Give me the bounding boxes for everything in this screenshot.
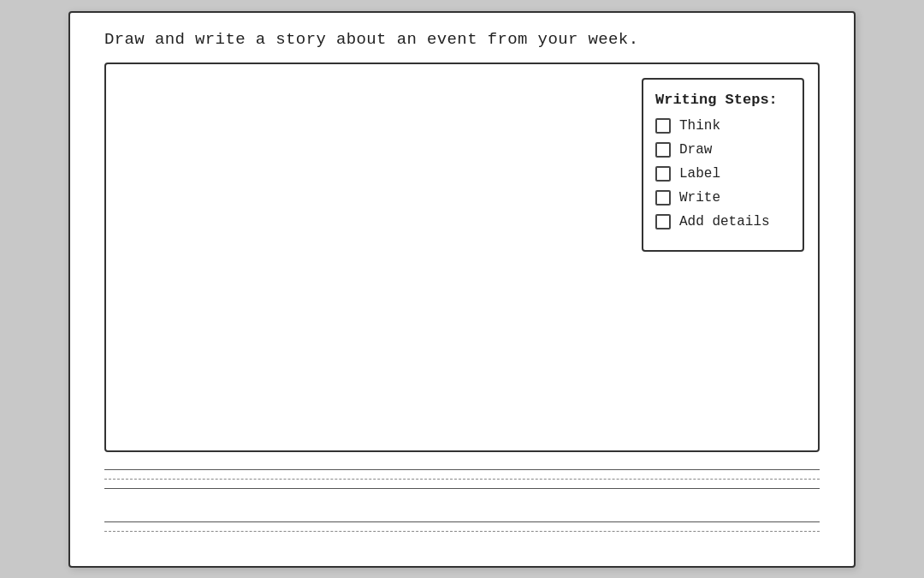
writing-steps-box: Writing Steps: Think Draw Label Write Ad… <box>642 78 804 252</box>
writing-line-group-2 <box>104 521 820 532</box>
step-think-label: Think <box>679 118 720 134</box>
checkbox-add-details[interactable] <box>655 214 671 229</box>
checkbox-think[interactable] <box>655 118 671 134</box>
step-label-label: Label <box>679 166 720 182</box>
step-write[interactable]: Write <box>655 190 785 206</box>
checkbox-label[interactable] <box>655 166 671 182</box>
step-draw-label: Draw <box>679 142 712 158</box>
step-write-label: Write <box>679 190 720 206</box>
checkbox-draw[interactable] <box>655 142 671 158</box>
line-group-spacer <box>104 498 820 521</box>
step-think[interactable]: Think <box>655 118 785 134</box>
checkbox-write[interactable] <box>655 190 671 206</box>
writing-lines-section <box>104 469 820 540</box>
drawing-area: Writing Steps: Think Draw Label Write Ad… <box>104 63 820 452</box>
step-add-details[interactable]: Add details <box>655 214 785 229</box>
step-draw[interactable]: Draw <box>655 142 785 158</box>
worksheet-page: Draw and write a story about an event fr… <box>68 11 856 568</box>
instruction-text: Draw and write a story about an event fr… <box>104 30 820 49</box>
writing-line-group-1 <box>104 469 820 489</box>
dashed-line-2 <box>104 531 820 532</box>
step-add-details-label: Add details <box>679 214 770 229</box>
solid-line-2 <box>104 488 820 489</box>
step-label[interactable]: Label <box>655 166 785 182</box>
writing-steps-title: Writing Steps: <box>655 92 785 108</box>
